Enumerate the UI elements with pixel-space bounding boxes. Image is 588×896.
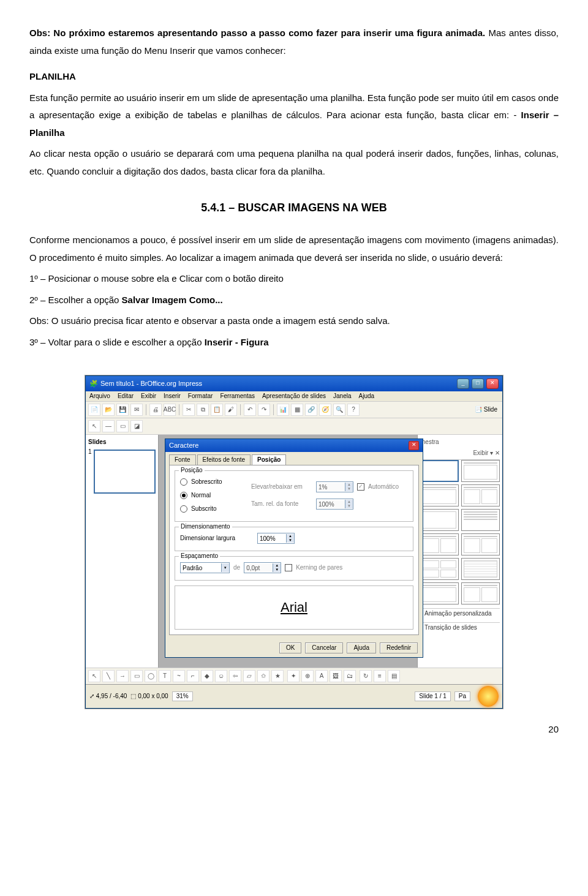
radio-normal[interactable]: Normal (180, 492, 247, 499)
spin-largura[interactable]: ▲▼ (257, 533, 295, 544)
edit-canvas[interactable]: Caractere ✕ Fonte Efeitos de fonte Posiç… (159, 435, 417, 668)
menu-apresentacao[interactable]: Apresentação de slides (262, 393, 326, 400)
open-icon[interactable]: 📂 (102, 404, 115, 416)
label-kerning: Kerning de pares (296, 564, 342, 571)
layout-11[interactable] (461, 582, 500, 604)
radio-sobrescrito[interactable]: Sobrescrito (180, 478, 247, 486)
accordion-transicao[interactable]: ▸Transição de slides (420, 622, 500, 633)
ok-button[interactable]: OK (279, 642, 301, 653)
arrow-tool-icon[interactable]: → (116, 670, 129, 682)
ellipse-tool-icon[interactable]: ◯ (145, 670, 157, 682)
pointer-icon[interactable]: ↖ (88, 670, 100, 682)
accordion-animacao[interactable]: ▸Animação personalizada (420, 608, 500, 619)
layout-6[interactable] (420, 533, 459, 555)
curve-tool-icon[interactable]: ~ (173, 670, 185, 682)
fill-icon[interactable]: ▭ (116, 420, 129, 432)
menu-exibir[interactable]: Exibir (141, 393, 156, 400)
mail-icon[interactable]: ✉ (130, 404, 143, 416)
rect-tool-icon[interactable]: ▭ (130, 670, 143, 682)
close-button[interactable]: ✕ (486, 378, 499, 389)
rotate-icon[interactable]: ↻ (360, 670, 372, 682)
spin-de[interactable]: ▲▼ (244, 562, 281, 573)
smiley-icon[interactable]: ☺ (215, 670, 227, 682)
new-icon[interactable]: 📄 (88, 404, 100, 416)
shapes-icon[interactable]: ◆ (201, 670, 213, 682)
fontwork-icon[interactable]: A (315, 670, 328, 682)
layout-5[interactable] (461, 509, 500, 531)
print-icon[interactable]: 🖨 (149, 404, 162, 416)
window-title: Sem título1 - BrOffice.org Impress (100, 380, 202, 388)
check-kerning[interactable] (285, 564, 292, 571)
menu-editar[interactable]: Editar (118, 393, 134, 400)
arrows-icon[interactable]: ⇦ (229, 670, 241, 682)
spell-icon[interactable]: ABC (164, 404, 176, 416)
glue-icon[interactable]: ⊕ (301, 670, 314, 682)
tab-fonte[interactable]: Fonte (169, 454, 196, 465)
cancel-button[interactable]: Cancelar (305, 642, 343, 653)
layout-2[interactable] (420, 484, 459, 506)
menu-ajuda[interactable]: Ajuda (359, 393, 375, 400)
status-zoom[interactable]: 31% (172, 691, 193, 701)
undo-icon[interactable]: ↶ (244, 404, 256, 416)
reset-button[interactable]: Redefinir (380, 642, 418, 653)
task-panel-close[interactable]: Exibir ▾ ✕ (473, 450, 500, 457)
link-icon[interactable]: 🔗 (305, 404, 317, 416)
gallery-icon[interactable]: 🗂 (344, 670, 356, 682)
arrange-icon[interactable]: ▤ (388, 670, 400, 682)
dialog-tabs: Fonte Efeitos de fonte Posição (165, 452, 423, 465)
line-tool-icon[interactable]: ╲ (102, 670, 115, 682)
paste-icon[interactable]: 📋 (211, 404, 223, 416)
menu-arquivo[interactable]: Arquivo (89, 393, 110, 400)
line-icon[interactable]: — (102, 420, 115, 432)
group-dimensionamento: Dimensionamento Dimensionar largura ▲▼ (175, 527, 413, 551)
status-bar: ⤢ 4,95 / -6,40 ⬚ 0,00 x 0,00 31% Slide 1… (86, 684, 502, 708)
web-images-desc: Conforme mencionamos a pouco, é possível… (29, 232, 559, 266)
menu-janela[interactable]: Janela (333, 393, 351, 400)
help-icon[interactable]: ? (347, 404, 360, 416)
slide-button[interactable]: 📑 Slide (472, 406, 500, 413)
image-icon[interactable]: 🖼 (330, 670, 342, 682)
cut-icon[interactable]: ✂ (183, 404, 195, 416)
copy-icon[interactable]: ⧉ (197, 404, 209, 416)
align-icon[interactable]: ≡ (374, 670, 386, 682)
chart-icon[interactable]: 📊 (277, 404, 289, 416)
radio-subscrito[interactable]: Subscrito (180, 505, 247, 513)
spin-tam[interactable]: ▲▼ (316, 499, 353, 510)
flowchart-icon[interactable]: ▱ (243, 670, 255, 682)
minimize-button[interactable]: _ (457, 378, 469, 389)
points-icon[interactable]: ✦ (287, 670, 300, 682)
layout-4[interactable] (420, 509, 459, 531)
zoom-icon[interactable]: 🔍 (333, 404, 345, 416)
menu-inserir[interactable]: Inserir (164, 393, 181, 400)
layout-title[interactable] (461, 460, 500, 482)
shadow-icon[interactable]: ◪ (130, 420, 143, 432)
help-button[interactable]: Ajuda (347, 642, 376, 653)
text-tool-icon[interactable]: T (159, 670, 171, 682)
layout-8[interactable] (420, 558, 459, 580)
slide-thumb-1[interactable]: 1 (88, 448, 156, 495)
callout-icon[interactable]: ✩ (257, 670, 270, 682)
menu-ferramentas[interactable]: Ferramentas (220, 393, 255, 400)
star-icon[interactable]: ★ (271, 670, 284, 682)
maximize-button[interactable]: □ (472, 378, 484, 389)
combo-espacamento[interactable]: ▾ (180, 562, 230, 573)
layout-blank[interactable] (420, 460, 459, 482)
arrow-icon[interactable]: ↖ (88, 420, 100, 432)
brush-icon[interactable]: 🖌 (225, 404, 237, 416)
redo-icon[interactable]: ↷ (258, 404, 270, 416)
check-automatico[interactable] (357, 483, 364, 491)
menu-formatar[interactable]: Formatar (188, 393, 213, 400)
connector-icon[interactable]: ⌐ (187, 670, 199, 682)
tab-posicao[interactable]: Posição (252, 454, 286, 465)
status-coord2: ⬚ 0,00 x 0,00 (130, 693, 168, 700)
layout-7[interactable] (461, 533, 500, 555)
layout-3[interactable] (461, 484, 500, 506)
save-icon[interactable]: 💾 (116, 404, 129, 416)
nav-icon[interactable]: 🧭 (319, 404, 331, 416)
layout-10[interactable] (420, 582, 459, 604)
layout-9[interactable] (461, 558, 500, 580)
dialog-close-icon[interactable]: ✕ (409, 441, 419, 450)
spin-elevar[interactable]: ▲▼ (316, 481, 353, 492)
tab-efeitos[interactable]: Efeitos de fonte (197, 454, 251, 465)
table-icon[interactable]: ▦ (291, 404, 303, 416)
